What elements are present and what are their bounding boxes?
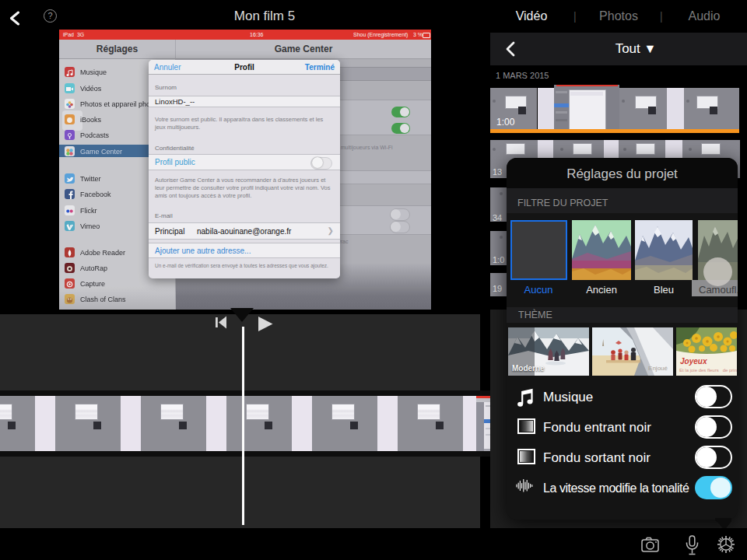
svg-text:V: V — [68, 223, 72, 230]
